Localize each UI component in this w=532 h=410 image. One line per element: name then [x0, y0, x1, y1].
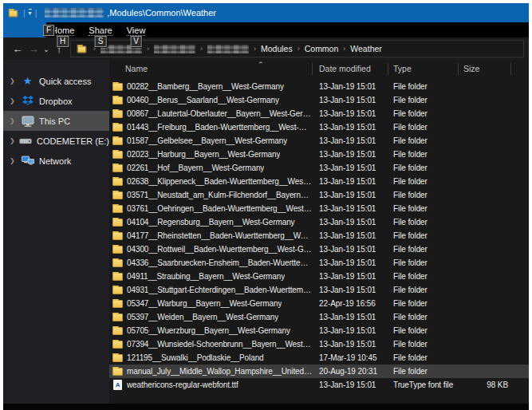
file-name-cell: manual_July__Middle_Wallop_Hampshire__Un… — [109, 367, 313, 376]
tree-expander-icon[interactable]: ❯ — [10, 97, 19, 104]
column-header-size[interactable]: Size — [459, 63, 511, 75]
sidebar-item-dropbox[interactable]: ❯Dropbox — [3, 91, 109, 111]
file-row[interactable]: 05347__Warburg__Bayern__West-Germany22-A… — [109, 297, 529, 310]
file-type: TrueType font file — [388, 380, 459, 389]
file-type: File folder — [388, 326, 459, 335]
file-name-cell: 01587__Gelbelsee__Bayern__West-Germany — [109, 136, 313, 145]
file-date-modified: 13-Jan-19 15:01 — [313, 96, 388, 104]
tree-expander-icon[interactable]: ❯ — [10, 157, 19, 164]
file-row[interactable]: 121195__Suwalki__Podlaskie__Poland17-Mar… — [109, 351, 529, 365]
sidebar-item-label: This PC — [39, 116, 70, 126]
breadcrumb-separator-icon: › — [298, 45, 300, 53]
file-row[interactable]: manual_July__Middle_Wallop_Hampshire__Un… — [109, 365, 529, 378]
breadcrumb-item-modules[interactable]: Modules — [261, 44, 293, 53]
file-row[interactable]: 04931__Stuttgart-Echterdingen__Baden-Wue… — [109, 283, 529, 297]
keytip-s: S — [95, 36, 107, 47]
file-name-cell: 05347__Warburg__Bayern__West-Germany — [109, 299, 313, 308]
file-date-modified: 13-Jan-19 15:01 — [313, 82, 388, 91]
file-row[interactable]: 00282__Bamberg__Bayern__West-Germany13-J… — [109, 80, 529, 93]
file-name: weathericons-regular-webfont.ttf — [127, 380, 238, 389]
file-name: 00867__Lautertal-Oberlauter__Bayern__Wes… — [127, 109, 313, 118]
folder-icon — [112, 341, 123, 349]
file-date-modified: 13-Jan-19 15:01 — [313, 340, 388, 349]
file-name: 05397__Weiden__Bayern__West-Germany — [127, 313, 278, 321]
file-row[interactable]: 04911__Straubing__Bayern__West-Germany13… — [109, 270, 529, 283]
file-date-modified: 13-Jan-19 15:01 — [313, 191, 388, 199]
redacted-breadcrumb-item — [154, 45, 195, 53]
redacted-title-path — [45, 8, 104, 18]
file-row[interactable]: 04177__Rheinstetten__Baden-Wuerttemberg_… — [109, 229, 529, 242]
file-name-cell: 03571__Neustadt_am_Kulm-Filchendorf__Bay… — [109, 191, 313, 199]
navigation-pane: ❯★Quick access❯Dropbox❯This PC❯CODEMETER… — [3, 60, 109, 410]
sidebar-item-this-pc[interactable]: ❯This PC — [3, 111, 109, 131]
file-name: 03761__Oehringen__Baden-Wuerttemberg__We… — [127, 204, 313, 213]
sidebar-item-codemeter-e[interactable]: ❯CODEMETER (E:) — [3, 131, 109, 151]
file-type: File folder — [388, 123, 459, 132]
file-row[interactable]: 05397__Weiden__Bayern__West-Germany13-Ja… — [109, 310, 529, 324]
file-row[interactable]: 00867__Lautertal-Oberlauter__Bayern__Wes… — [109, 107, 529, 120]
app-folder-icon — [9, 10, 18, 17]
folder-icon — [112, 286, 123, 294]
file-date-modified: 13-Jan-19 15:01 — [313, 177, 388, 186]
tab-share[interactable]: ShareS — [87, 26, 113, 35]
file-row[interactable]: 02638__Klippeneck__Baden-Wuerttemberg__W… — [109, 175, 529, 188]
folder-icon — [112, 83, 123, 91]
tree-expander-icon[interactable]: ❯ — [10, 77, 19, 85]
folder-icon — [112, 124, 123, 132]
folder-icon — [112, 368, 123, 376]
file-date-modified: 13-Jan-19 15:01 — [313, 326, 388, 335]
keytip-v: V — [130, 36, 142, 47]
computer-icon — [21, 115, 34, 127]
column-header-date-modified[interactable]: Date modified — [313, 63, 388, 75]
file-date-modified: 17-Mar-19 10:45 — [313, 353, 388, 362]
file-name: 04911__Straubing__Bayern__West-Germany — [127, 272, 285, 281]
file-row[interactable]: Aweathericons-regular-webfont.ttf13-Jan-… — [109, 378, 529, 392]
file-tab[interactable] — [3, 22, 46, 37]
file-type: File folder — [388, 367, 459, 376]
tree-expander-icon[interactable]: ❯ — [10, 137, 18, 144]
folder-icon — [112, 110, 123, 118]
file-type: File folder — [388, 353, 459, 362]
column-header-type[interactable]: Type — [388, 63, 459, 75]
file-name-cell: 01443__Freiburg__Baden-Wuerttemberg__Wes… — [109, 123, 313, 132]
file-name: 03571__Neustadt_am_Kulm-Filchendorf__Bay… — [127, 191, 313, 199]
folder-icon — [112, 246, 123, 254]
folder-icon — [112, 205, 123, 213]
breadcrumb-item-common[interactable]: Common — [305, 44, 339, 53]
file-row[interactable]: 00460__Berus__Saarland__West-Germany13-J… — [109, 93, 529, 107]
file-row[interactable]: 02023__Harburg__Bayern__West-Germany13-J… — [109, 148, 529, 161]
file-row[interactable]: 05705__Wuerzburg__Bayern__West-Germany13… — [109, 324, 529, 337]
sidebar-item-quick-access[interactable]: ❯★Quick access — [3, 71, 109, 91]
folder-icon — [112, 354, 123, 362]
title-bar[interactable]: | ▾ | ,Modules\Common\Weather — [3, 3, 529, 22]
file-row[interactable]: 07394__Wunsiedel-Schoenbrunn__Bayern__We… — [109, 337, 529, 351]
file-row[interactable]: 01587__Gelbelsee__Bayern__West-Germany13… — [109, 134, 529, 148]
file-row[interactable]: 03571__Neustadt_am_Kulm-Filchendorf__Bay… — [109, 188, 529, 202]
sidebar-item-network[interactable]: ❯Network — [3, 151, 109, 171]
breadcrumb-separator-icon: › — [200, 45, 203, 53]
column-header-name[interactable]: Name — [109, 63, 313, 75]
ribbon-tabs: HomeHShareSViewV — [49, 22, 147, 37]
file-row[interactable]: 04300__Rottweil__Baden-Wuerttemberg__Wes… — [109, 242, 529, 256]
file-row[interactable]: 01443__Freiburg__Baden-Wuerttemberg__Wes… — [109, 120, 529, 134]
breadcrumb-separator-icon: › — [147, 45, 149, 53]
forward-icon[interactable]: → — [26, 43, 41, 55]
file-date-modified: 13-Jan-19 15:01 — [313, 258, 388, 267]
qat-customize-icon[interactable]: ▾ — [29, 9, 32, 17]
file-name: 121195__Suwalki__Podlaskie__Poland — [127, 353, 264, 362]
file-name: 04931__Stuttgart-Echterdingen__Baden-Wue… — [127, 286, 313, 294]
folder-icon — [112, 327, 123, 335]
breadcrumb-item-weather[interactable]: Weather — [350, 44, 382, 53]
file-row[interactable]: 03761__Oehringen__Baden-Wuerttemberg__We… — [109, 202, 529, 215]
file-type: File folder — [388, 272, 459, 281]
file-name-cell: 04104__Regensburg__Bayern__West-Germany — [109, 218, 313, 227]
back-icon[interactable]: ← — [10, 43, 26, 55]
file-name: 00460__Berus__Saarland__West-Germany — [127, 96, 279, 104]
tab-view[interactable]: ViewV — [125, 26, 148, 35]
file-row[interactable]: 04336__Saarbruecken-Ensheim__Baden-Wuert… — [109, 256, 529, 270]
qat-separator: | — [35, 9, 37, 18]
file-row[interactable]: 02261__Hof__Bayern__West-Germany13-Jan-1… — [109, 161, 529, 175]
recent-locations-icon[interactable]: ⌄ — [41, 45, 51, 53]
file-row[interactable]: 04104__Regensburg__Bayern__West-Germany1… — [109, 215, 529, 229]
tree-expander-icon[interactable]: ❯ — [10, 117, 19, 124]
